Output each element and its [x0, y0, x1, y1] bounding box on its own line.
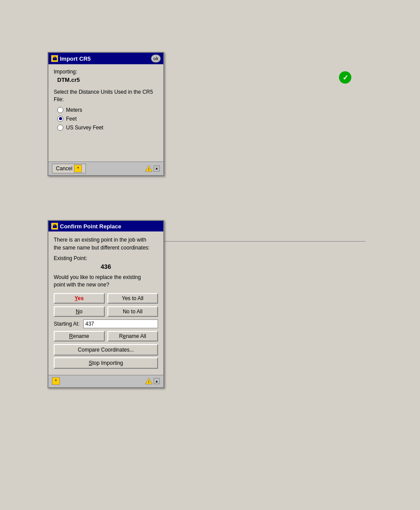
- cancel-star-icon: *: [74, 165, 82, 172]
- radio-label-us-survey-feet: US Survey Feet: [66, 125, 103, 131]
- no-underline: N: [76, 308, 80, 315]
- import-dialog-footer: Cancel * ! ▲: [48, 161, 163, 175]
- compare-coordinates-button[interactable]: Compare Coordinates...: [54, 344, 158, 356]
- confirm-message-line1: There is an existing point in the job wi…: [54, 237, 146, 243]
- dialog-title-icon: 🏔: [51, 55, 58, 62]
- titlebar-left: 🏔 Import CR5: [51, 55, 91, 62]
- no-to-all-button[interactable]: No to All: [107, 306, 158, 317]
- stop-importing-button[interactable]: Stop Importing: [54, 357, 158, 369]
- confirm-title-icon: 🏔: [51, 223, 58, 230]
- confirm-titlebar-left: 🏔 Confirm Point Replace: [51, 223, 121, 230]
- confirm-point-replace-dialog: 🏔 Confirm Point Replace There is an exis…: [48, 220, 164, 388]
- radio-label-feet: Feet: [66, 116, 77, 122]
- question-line2: point with the new one?: [54, 282, 109, 288]
- no-row: No No to All: [54, 306, 158, 317]
- confirm-dialog-body: There is an existing point in the job wi…: [48, 231, 163, 375]
- warning-triangle-icon: !: [145, 165, 153, 172]
- green-checkmark: ✓: [339, 71, 351, 84]
- yes-rest: es: [78, 295, 84, 301]
- confirm-message-line2: the same name but different coordinates:: [54, 245, 150, 251]
- starting-at-row: Starting At:: [54, 319, 158, 328]
- rename-row: Rename Rename All: [54, 331, 158, 341]
- radio-label-meters: Meters: [66, 107, 82, 113]
- question-text: Would you like to replace the existing p…: [54, 274, 158, 289]
- point-number: 436: [54, 263, 158, 270]
- ok-button[interactable]: ok: [151, 55, 161, 62]
- stop-importing-label: Stop Importing: [88, 360, 123, 366]
- import-dialog-titlebar: 🏔 Import CR5 ok: [48, 53, 163, 64]
- confirm-message: There is an existing point in the job wi…: [54, 236, 158, 252]
- horizontal-divider: [163, 241, 365, 242]
- import-dialog-body: Importing: DTM.cr5 Select the Distance U…: [48, 64, 163, 161]
- yes-underline: Y: [74, 295, 77, 301]
- confirm-star-icon: *: [52, 377, 60, 385]
- svg-text:!: !: [148, 380, 150, 384]
- rename-all-label: R: [119, 333, 123, 339]
- confirm-warning-triangle-icon: !: [145, 377, 153, 385]
- confirm-dialog-footer: * ! ▲: [48, 375, 163, 387]
- rename-button[interactable]: Rename: [54, 331, 105, 341]
- import-dialog-title: Import CR5: [60, 55, 91, 62]
- confirm-dialog-titlebar: 🏔 Confirm Point Replace: [48, 221, 163, 231]
- svg-text:!: !: [148, 167, 150, 172]
- radio-us-survey-feet[interactable]: US Survey Feet: [57, 125, 158, 131]
- radio-circle-feet[interactable]: [57, 116, 63, 122]
- radio-group: Meters Feet US Survey Feet: [57, 107, 158, 131]
- yes-to-all-button[interactable]: Yes to All: [107, 293, 158, 304]
- confirm-footer-warning: ! ▲: [145, 377, 160, 385]
- yes-button[interactable]: Yes: [54, 293, 105, 304]
- confirm-dialog-title: Confirm Point Replace: [60, 223, 121, 230]
- importing-filename: DTM.cr5: [57, 77, 158, 83]
- rename-all-e: e: [123, 333, 126, 339]
- rename-all-button[interactable]: Rename All: [107, 331, 158, 341]
- cancel-button[interactable]: Cancel *: [52, 164, 86, 173]
- confirm-scroll-up-button[interactable]: ▲: [154, 378, 160, 384]
- radio-feet[interactable]: Feet: [57, 116, 158, 122]
- rename-all-rest: name All: [126, 333, 146, 339]
- importing-label: Importing:: [54, 69, 158, 75]
- starting-at-input[interactable]: [83, 319, 158, 328]
- rename-underline: R: [69, 333, 73, 339]
- starting-at-label: Starting At:: [54, 321, 80, 327]
- radio-meters[interactable]: Meters: [57, 107, 158, 113]
- no-rest: o: [80, 308, 83, 315]
- yes-no-row: Yes Yes to All: [54, 293, 158, 304]
- no-to-all-label: No to All: [123, 308, 143, 315]
- radio-circle-meters[interactable]: [57, 107, 63, 113]
- cancel-label: Cancel: [56, 165, 72, 172]
- scroll-up-button[interactable]: ▲: [154, 165, 160, 172]
- question-line1: Would you like to replace the existing: [54, 274, 141, 280]
- spacer: [54, 131, 158, 157]
- select-units-label: Select the Distance Units Used in the CR…: [54, 88, 158, 103]
- compare-label: Compare Coordinates...: [78, 347, 134, 353]
- existing-point-label: Existing Point:: [54, 255, 158, 261]
- import-cr5-dialog: 🏔 Import CR5 ok Importing: DTM.cr5 Selec…: [48, 52, 164, 176]
- footer-warning: ! ▲: [145, 165, 160, 172]
- radio-circle-us-survey-feet[interactable]: [57, 125, 63, 131]
- yes-to-all-label: Yes to All: [122, 295, 144, 301]
- rename-rest: ename: [73, 333, 89, 339]
- no-button[interactable]: No: [54, 306, 105, 317]
